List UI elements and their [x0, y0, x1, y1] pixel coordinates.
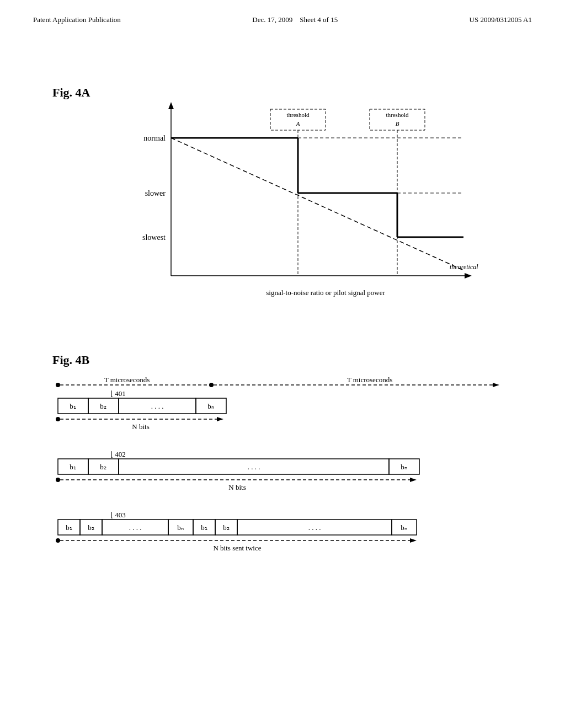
svg-text:T microseconds: T microseconds	[104, 376, 150, 384]
svg-text:bₙ: bₙ	[177, 523, 184, 532]
svg-marker-3	[465, 273, 472, 279]
svg-text:b₂: b₂	[100, 402, 106, 410]
fig-4b-label: Fig. 4B	[52, 353, 89, 367]
svg-text:. . . .: . . . .	[151, 402, 164, 410]
svg-text:normal: normal	[143, 134, 166, 142]
svg-text:bₙ: bₙ	[207, 402, 214, 410]
svg-text:bₙ: bₙ	[401, 463, 407, 471]
svg-text:threshold: threshold	[287, 111, 310, 118]
svg-text:. . . .: . . . .	[248, 463, 260, 471]
svg-text:N bits: N bits	[228, 483, 246, 491]
svg-text:⌊ 402: ⌊ 402	[110, 450, 126, 458]
svg-marker-29	[493, 383, 499, 387]
svg-point-25	[56, 383, 60, 387]
svg-text:⌊ 403: ⌊ 403	[110, 511, 126, 519]
svg-text:bₙ: bₙ	[401, 523, 407, 532]
fig-4a-label: Fig. 4A	[52, 85, 90, 100]
svg-text:. . . .: . . . .	[129, 523, 142, 532]
svg-text:⌊ 401: ⌊ 401	[110, 389, 126, 398]
svg-line-23	[171, 138, 463, 270]
svg-text:signal-to-noise ratio or pilot: signal-to-noise ratio or pilot signal po…	[266, 288, 385, 297]
svg-point-27	[209, 383, 214, 387]
svg-text:b₂: b₂	[100, 463, 106, 471]
svg-text:b₁: b₁	[201, 523, 207, 532]
fig-4a-chart: normal slower slowest signal-to-noise ra…	[110, 99, 486, 309]
svg-text:threshold: threshold	[386, 111, 409, 118]
svg-text:b₁: b₁	[70, 463, 76, 471]
svg-text:N bits sent twice: N bits sent twice	[213, 544, 261, 552]
svg-text:b₁: b₁	[70, 402, 76, 410]
svg-text:b₁: b₁	[66, 523, 72, 532]
page-header: Patent Application Publication Dec. 17, …	[0, 0, 565, 24]
svg-text:N bits: N bits	[132, 422, 149, 431]
svg-point-54	[56, 478, 60, 482]
fig-4b-diagram: T microseconds T microseconds ⌊ 401 b₁ b…	[55, 375, 508, 695]
header-center: Dec. 17, 2009 Sheet 4 of 15	[252, 15, 338, 24]
header-left: Patent Application Publication	[33, 15, 121, 24]
svg-text:A: A	[296, 120, 300, 127]
svg-marker-77	[410, 538, 417, 543]
svg-point-75	[56, 538, 60, 543]
svg-text:B: B	[396, 120, 399, 127]
svg-text:T microseconds: T microseconds	[347, 376, 392, 384]
svg-marker-1	[168, 102, 174, 109]
svg-marker-56	[410, 478, 417, 482]
svg-text:slower: slower	[145, 189, 166, 197]
svg-marker-43	[217, 417, 223, 421]
svg-text:b₂: b₂	[223, 523, 230, 532]
svg-point-41	[56, 417, 60, 421]
svg-text:slowest: slowest	[142, 233, 166, 242]
svg-text:b₂: b₂	[88, 523, 94, 532]
header-right: US 2009/0312005 A1	[470, 15, 532, 24]
svg-text:theoretical: theoretical	[450, 263, 478, 271]
svg-text:. . . .: . . . .	[308, 523, 321, 532]
